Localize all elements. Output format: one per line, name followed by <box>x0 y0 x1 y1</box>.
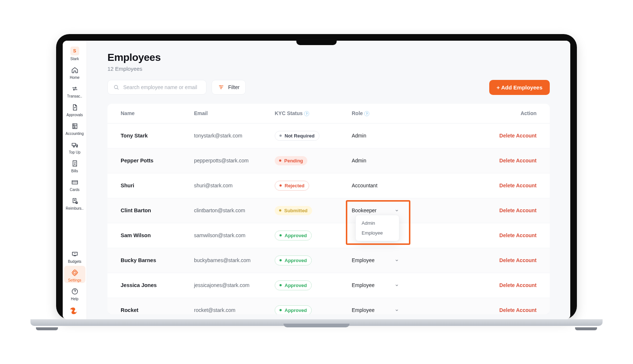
col-action: Action <box>440 110 537 116</box>
col-name: Name <box>121 110 194 116</box>
sidebar-item-home[interactable]: Home <box>64 63 85 80</box>
cell-name: Rocket <box>121 307 194 313</box>
cell-role: Admin <box>352 133 440 139</box>
chevron-down-icon[interactable] <box>394 258 399 263</box>
home-icon <box>71 66 79 74</box>
chevron-down-icon[interactable] <box>394 308 399 313</box>
delete-account-link[interactable]: Delete Account <box>500 232 537 238</box>
brand-logo <box>70 306 80 316</box>
cell-name: Shuri <box>121 183 194 188</box>
cell-kyc: Approved <box>275 280 352 290</box>
delete-account-link[interactable]: Delete Account <box>500 282 537 288</box>
help-icon[interactable]: ? <box>304 111 309 116</box>
kyc-badge: Approved <box>275 280 312 290</box>
transactions-icon <box>71 85 79 93</box>
cell-role[interactable]: Bookeeper <box>352 207 440 213</box>
table-body: Tony Stark tonystark@stark.com Not Requi… <box>107 124 550 314</box>
sidebar-item-label: Approvals <box>66 113 83 117</box>
cell-email: clintbarton@stark.com <box>194 207 275 213</box>
add-employees-button[interactable]: + Add Employees <box>489 80 550 95</box>
approvals-icon <box>71 103 79 111</box>
role-option[interactable]: Admin <box>356 218 399 228</box>
sidebar-account[interactable]: S Stark <box>64 45 85 62</box>
filter-icon <box>218 84 224 91</box>
search-input[interactable] <box>123 84 201 90</box>
role-dropdown[interactable]: AdminEmployee <box>355 215 399 241</box>
sidebar-item-transactions[interactable]: Transac.. <box>64 82 85 99</box>
cell-action: Delete Account <box>440 157 537 164</box>
sidebar-item-label: Settings <box>68 279 81 282</box>
cell-kyc: Submitted <box>275 206 352 215</box>
sidebar-item-budgets[interactable]: Budgets <box>64 247 85 264</box>
chevron-down-icon[interactable] <box>394 283 399 288</box>
sidebar-item-label: Budgets <box>68 260 81 264</box>
cards-icon <box>71 178 79 186</box>
role-text: Employee <box>352 257 374 263</box>
table-row: Shuri shuri@stark.com Rejected Accountan… <box>107 173 550 198</box>
cell-name: Jessica Jones <box>121 282 194 288</box>
laptop-notch <box>296 41 337 45</box>
cell-role: Accountant <box>352 183 440 188</box>
kyc-badge: Pending <box>275 156 307 165</box>
cell-email: buckybarnes@stark.com <box>194 257 275 263</box>
avatar-label: Stark <box>70 57 79 61</box>
role-text: Employee <box>352 307 374 313</box>
cell-email: rocket@stark.com <box>194 307 275 313</box>
delete-account-link[interactable]: Delete Account <box>500 307 537 313</box>
avatar: S <box>70 47 79 55</box>
delete-account-link[interactable]: Delete Account <box>500 158 537 163</box>
cell-action: Delete Account <box>440 307 537 313</box>
sidebar-item-settings[interactable]: Settings <box>64 266 85 283</box>
cell-role[interactable]: Employee <box>352 307 440 313</box>
sidebar-item-label: Accounting <box>66 132 84 136</box>
sidebar-item-cards[interactable]: Cards <box>64 175 85 192</box>
budgets-icon <box>71 250 79 258</box>
sidebar-item-accounting[interactable]: Accounting <box>64 119 85 136</box>
cell-name: Pepper Potts <box>121 158 194 163</box>
laptop-frame: S Stark Home Transac.. Approvals Account… <box>56 34 577 330</box>
table-header-row: Name Email KYC Status? Role? Action <box>107 104 550 124</box>
sidebar-item-topup[interactable]: Top Up <box>64 138 85 155</box>
sidebar-item-label: Help <box>71 297 78 301</box>
delete-account-link[interactable]: Delete Account <box>500 133 537 139</box>
cell-kyc: Not Required <box>275 131 352 141</box>
cell-email: tonystark@stark.com <box>194 133 275 139</box>
app-viewport: S Stark Home Transac.. Approvals Account… <box>63 41 570 319</box>
table-row: Rocket rocket@stark.com Approved Employe… <box>107 298 550 314</box>
cell-kyc: Approved <box>275 255 352 265</box>
cell-role[interactable]: Employee <box>352 257 440 263</box>
laptop-lip <box>283 324 350 327</box>
sidebar: S Stark Home Transac.. Approvals Account… <box>63 41 87 319</box>
settings-icon <box>71 269 79 277</box>
sidebar-item-label: Top Up <box>69 151 81 154</box>
sidebar-item-label: Cards <box>70 188 80 192</box>
sidebar-item-label: Transac.. <box>67 95 82 98</box>
help-icon <box>71 287 79 295</box>
search-input-wrap[interactable] <box>107 80 206 95</box>
sidebar-item-label: Reimburs.. <box>66 207 83 210</box>
delete-account-link[interactable]: Delete Account <box>500 257 537 263</box>
table-row: Pepper Potts pepperpotts@stark.com Pendi… <box>107 148 550 173</box>
delete-account-link[interactable]: Delete Account <box>500 183 537 188</box>
page-title: Employees <box>107 52 550 63</box>
table-row: Bucky Barnes buckybarnes@stark.com Appro… <box>107 248 550 273</box>
sidebar-item-reimburse[interactable]: Reimburs.. <box>64 194 85 211</box>
cell-email: pepperpotts@stark.com <box>194 158 275 163</box>
cell-role: Admin <box>352 158 440 163</box>
delete-account-link[interactable]: Delete Account <box>500 207 537 213</box>
chevron-down-icon[interactable] <box>394 208 399 213</box>
sidebar-item-approvals[interactable]: Approvals <box>64 100 85 118</box>
filter-button[interactable]: Filter <box>212 80 246 95</box>
sidebar-item-help[interactable]: Help <box>64 284 85 302</box>
role-text: Employee <box>352 282 374 288</box>
cell-role[interactable]: Employee <box>352 282 440 288</box>
search-icon <box>113 84 120 91</box>
help-icon[interactable]: ? <box>364 111 369 116</box>
cell-action: Delete Account <box>440 182 537 189</box>
main-panel: Employees 12 Employees Filter <box>87 41 570 319</box>
table-row: Clint Barton clintbarton@stark.com Submi… <box>107 198 550 223</box>
sidebar-item-bills[interactable]: Bills <box>64 157 85 174</box>
role-option[interactable]: Employee <box>356 228 399 238</box>
accounting-icon <box>71 122 79 130</box>
cell-name: Bucky Barnes <box>121 257 194 263</box>
